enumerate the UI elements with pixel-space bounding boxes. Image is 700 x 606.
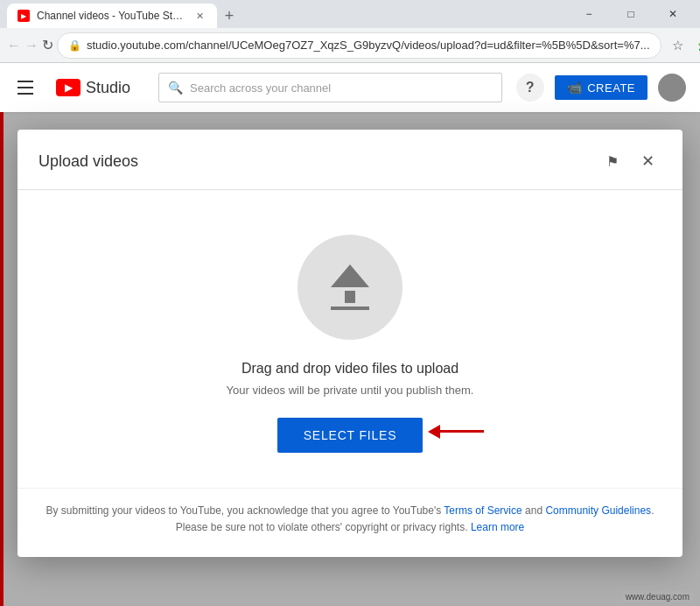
select-files-section: SELECT FILES — [277, 411, 424, 453]
tab-favicon — [18, 10, 30, 22]
forward-button[interactable]: → — [24, 32, 38, 60]
close-icon: ✕ — [641, 152, 654, 171]
select-files-button[interactable]: SELECT FILES — [277, 418, 424, 453]
footer-text-between: and — [522, 504, 546, 517]
help-icon: ? — [526, 80, 535, 95]
flag-icon: ⚑ — [606, 153, 619, 170]
user-avatar[interactable] — [658, 74, 686, 102]
header-actions: ? 📹 CREATE — [516, 74, 686, 102]
browser-tab[interactable]: Channel videos - YouTube Studio ✕ — [7, 4, 217, 28]
tab-bar: Channel videos - YouTube Studio ✕ + — [7, 0, 569, 28]
footer-copyright-text: Please be sure not to violate others' co… — [176, 521, 471, 533]
select-files-wrapper: SELECT FILES — [277, 411, 424, 453]
lock-icon: 🔒 — [68, 39, 81, 52]
footer-text-after: . — [651, 504, 654, 517]
arrow-line — [440, 430, 484, 433]
modal-footer: By submitting your videos to YouTube, yo… — [18, 488, 682, 557]
yt-studio-logo-text: Studio — [86, 79, 130, 97]
modal-header-actions: ⚑ ✕ — [598, 147, 662, 175]
arrow-base — [331, 307, 369, 310]
yt-studio-logo: ▶ Studio — [56, 79, 130, 97]
nav-bar: ← → ↻ 🔒 studio.youtube.com/channel/UCeMO… — [0, 28, 700, 63]
maximize-button[interactable]: □ — [611, 0, 651, 28]
forward-icon: → — [24, 38, 38, 53]
search-icon: 🔍 — [168, 81, 183, 95]
modal-overlay: Upload videos ⚑ ✕ — [0, 112, 700, 606]
community-guidelines-link[interactable]: Community Guidelines — [545, 504, 651, 517]
search-placeholder: Search across your channel — [190, 81, 493, 95]
bookmark-button[interactable]: ☆ — [665, 32, 691, 59]
title-bar: Channel videos - YouTube Studio ✕ + − □ … — [0, 0, 700, 28]
modal-header: Upload videos ⚑ ✕ — [18, 130, 682, 190]
create-label: CREATE — [587, 81, 635, 95]
reload-icon: ↻ — [42, 37, 53, 53]
hamburger-menu-button[interactable] — [14, 74, 42, 102]
upload-arrow-icon — [331, 264, 369, 310]
minimize-button[interactable]: − — [569, 0, 609, 28]
footer-text-before-tos: By submitting your videos to YouTube, yo… — [46, 504, 444, 517]
back-button[interactable]: ← — [7, 32, 21, 60]
browser-frame: Channel videos - YouTube Studio ✕ + − □ … — [0, 0, 700, 606]
upload-icon-circle — [298, 235, 402, 340]
nav-actions: ☆ 🧩 ⋮ — [665, 32, 701, 59]
upload-title: Drag and drop video files to upload — [242, 361, 458, 377]
address-bar[interactable]: 🔒 studio.youtube.com/channel/UCeMOeg7OZ7… — [57, 32, 662, 59]
upload-area: Drag and drop video files to upload Your… — [18, 190, 682, 488]
reload-button[interactable]: ↻ — [42, 32, 53, 60]
arrow-head — [331, 264, 369, 287]
yt-content-area: Upload videos ⚑ ✕ — [0, 112, 700, 606]
yt-studio-page: ▶ Studio 🔍 Search across your channel ? … — [0, 63, 700, 606]
yt-logo-icon: ▶ — [56, 79, 80, 96]
tab-close-button[interactable]: ✕ — [192, 9, 206, 23]
arrow-head-left — [428, 425, 440, 439]
bookmark-icon: ☆ — [672, 38, 683, 53]
yt-studio-header: ▶ Studio 🔍 Search across your channel ? … — [0, 63, 700, 112]
new-tab-button[interactable]: + — [217, 4, 242, 28]
upload-modal: Upload videos ⚑ ✕ — [18, 130, 682, 557]
window-controls: − □ ✕ — [569, 0, 693, 28]
footer-line-1: By submitting your videos to YouTube, yo… — [38, 503, 662, 519]
back-icon: ← — [7, 38, 21, 53]
modal-title: Upload videos — [38, 152, 138, 171]
upload-subtitle: Your videos will be private until you pu… — [227, 384, 474, 397]
arrow-body — [345, 291, 355, 303]
tab-title: Channel videos - YouTube Studio — [37, 10, 186, 22]
red-arrow-annotation — [428, 425, 484, 439]
footer-line-2: Please be sure not to violate others' co… — [38, 519, 662, 536]
terms-of-service-link[interactable]: Terms of Service — [444, 504, 522, 517]
modal-close-button[interactable]: ✕ — [634, 147, 662, 175]
flag-button[interactable]: ⚑ — [598, 147, 626, 175]
yt-search-bar[interactable]: 🔍 Search across your channel — [158, 73, 502, 102]
address-text: studio.youtube.com/channel/UCeMOeg7OZ7_X… — [87, 39, 650, 52]
extensions-button[interactable]: 🧩 — [693, 32, 701, 59]
learn-more-link[interactable]: Learn more — [471, 521, 524, 533]
create-button[interactable]: 📹 CREATE — [555, 75, 648, 100]
create-icon: 📹 — [567, 81, 583, 95]
help-button[interactable]: ? — [516, 74, 544, 102]
close-button[interactable]: ✕ — [653, 0, 693, 28]
